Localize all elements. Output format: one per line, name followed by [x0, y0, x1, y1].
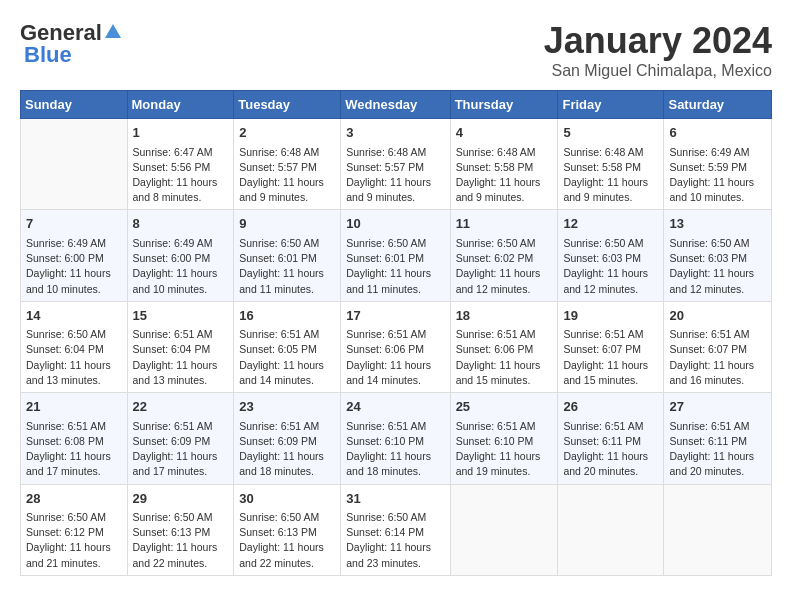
day-info: Sunrise: 6:50 AM Sunset: 6:02 PM Dayligh…	[456, 236, 553, 297]
calendar-cell: 30Sunrise: 6:50 AM Sunset: 6:13 PM Dayli…	[234, 484, 341, 575]
day-info: Sunrise: 6:50 AM Sunset: 6:03 PM Dayligh…	[669, 236, 766, 297]
day-number: 25	[456, 397, 553, 417]
calendar-cell: 23Sunrise: 6:51 AM Sunset: 6:09 PM Dayli…	[234, 393, 341, 484]
calendar-cell: 21Sunrise: 6:51 AM Sunset: 6:08 PM Dayli…	[21, 393, 128, 484]
day-info: Sunrise: 6:50 AM Sunset: 6:01 PM Dayligh…	[346, 236, 444, 297]
day-number: 24	[346, 397, 444, 417]
calendar-cell: 18Sunrise: 6:51 AM Sunset: 6:06 PM Dayli…	[450, 301, 558, 392]
calendar-cell: 9Sunrise: 6:50 AM Sunset: 6:01 PM Daylig…	[234, 210, 341, 301]
day-info: Sunrise: 6:50 AM Sunset: 6:14 PM Dayligh…	[346, 510, 444, 571]
calendar-cell: 8Sunrise: 6:49 AM Sunset: 6:00 PM Daylig…	[127, 210, 234, 301]
day-info: Sunrise: 6:50 AM Sunset: 6:01 PM Dayligh…	[239, 236, 335, 297]
day-info: Sunrise: 6:51 AM Sunset: 6:06 PM Dayligh…	[346, 327, 444, 388]
calendar-week-row: 21Sunrise: 6:51 AM Sunset: 6:08 PM Dayli…	[21, 393, 772, 484]
day-number: 23	[239, 397, 335, 417]
day-number: 11	[456, 214, 553, 234]
day-number: 6	[669, 123, 766, 143]
day-number: 19	[563, 306, 658, 326]
day-info: Sunrise: 6:51 AM Sunset: 6:06 PM Dayligh…	[456, 327, 553, 388]
day-number: 16	[239, 306, 335, 326]
day-number: 18	[456, 306, 553, 326]
header-thursday: Thursday	[450, 91, 558, 119]
calendar-cell: 2Sunrise: 6:48 AM Sunset: 5:57 PM Daylig…	[234, 119, 341, 210]
day-info: Sunrise: 6:48 AM Sunset: 5:57 PM Dayligh…	[239, 145, 335, 206]
day-number: 29	[133, 489, 229, 509]
day-number: 7	[26, 214, 122, 234]
calendar-week-row: 7Sunrise: 6:49 AM Sunset: 6:00 PM Daylig…	[21, 210, 772, 301]
day-info: Sunrise: 6:49 AM Sunset: 6:00 PM Dayligh…	[26, 236, 122, 297]
day-info: Sunrise: 6:50 AM Sunset: 6:12 PM Dayligh…	[26, 510, 122, 571]
calendar-week-row: 1Sunrise: 6:47 AM Sunset: 5:56 PM Daylig…	[21, 119, 772, 210]
day-number: 1	[133, 123, 229, 143]
calendar-cell: 29Sunrise: 6:50 AM Sunset: 6:13 PM Dayli…	[127, 484, 234, 575]
day-number: 4	[456, 123, 553, 143]
day-info: Sunrise: 6:51 AM Sunset: 6:11 PM Dayligh…	[669, 419, 766, 480]
calendar-cell	[664, 484, 772, 575]
day-info: Sunrise: 6:48 AM Sunset: 5:57 PM Dayligh…	[346, 145, 444, 206]
day-info: Sunrise: 6:51 AM Sunset: 6:04 PM Dayligh…	[133, 327, 229, 388]
day-info: Sunrise: 6:49 AM Sunset: 6:00 PM Dayligh…	[133, 236, 229, 297]
day-number: 13	[669, 214, 766, 234]
calendar-cell: 12Sunrise: 6:50 AM Sunset: 6:03 PM Dayli…	[558, 210, 664, 301]
header-saturday: Saturday	[664, 91, 772, 119]
day-number: 12	[563, 214, 658, 234]
calendar-cell: 22Sunrise: 6:51 AM Sunset: 6:09 PM Dayli…	[127, 393, 234, 484]
day-info: Sunrise: 6:50 AM Sunset: 6:03 PM Dayligh…	[563, 236, 658, 297]
day-number: 5	[563, 123, 658, 143]
day-number: 20	[669, 306, 766, 326]
day-number: 17	[346, 306, 444, 326]
page-header: General Blue January 2024 San Miguel Chi…	[20, 20, 772, 80]
calendar-header-row: SundayMondayTuesdayWednesdayThursdayFrid…	[21, 91, 772, 119]
day-info: Sunrise: 6:47 AM Sunset: 5:56 PM Dayligh…	[133, 145, 229, 206]
calendar-week-row: 14Sunrise: 6:50 AM Sunset: 6:04 PM Dayli…	[21, 301, 772, 392]
location: San Miguel Chimalapa, Mexico	[544, 62, 772, 80]
day-info: Sunrise: 6:51 AM Sunset: 6:09 PM Dayligh…	[239, 419, 335, 480]
calendar-week-row: 28Sunrise: 6:50 AM Sunset: 6:12 PM Dayli…	[21, 484, 772, 575]
calendar-cell: 16Sunrise: 6:51 AM Sunset: 6:05 PM Dayli…	[234, 301, 341, 392]
calendar-cell: 6Sunrise: 6:49 AM Sunset: 5:59 PM Daylig…	[664, 119, 772, 210]
day-number: 2	[239, 123, 335, 143]
day-info: Sunrise: 6:50 AM Sunset: 6:13 PM Dayligh…	[239, 510, 335, 571]
calendar-cell	[21, 119, 128, 210]
calendar-cell: 7Sunrise: 6:49 AM Sunset: 6:00 PM Daylig…	[21, 210, 128, 301]
logo: General Blue	[20, 20, 121, 68]
day-info: Sunrise: 6:48 AM Sunset: 5:58 PM Dayligh…	[456, 145, 553, 206]
day-info: Sunrise: 6:50 AM Sunset: 6:04 PM Dayligh…	[26, 327, 122, 388]
day-number: 21	[26, 397, 122, 417]
calendar-cell: 10Sunrise: 6:50 AM Sunset: 6:01 PM Dayli…	[341, 210, 450, 301]
calendar-cell: 1Sunrise: 6:47 AM Sunset: 5:56 PM Daylig…	[127, 119, 234, 210]
calendar-cell: 24Sunrise: 6:51 AM Sunset: 6:10 PM Dayli…	[341, 393, 450, 484]
calendar-cell	[450, 484, 558, 575]
day-number: 30	[239, 489, 335, 509]
day-info: Sunrise: 6:50 AM Sunset: 6:13 PM Dayligh…	[133, 510, 229, 571]
day-number: 10	[346, 214, 444, 234]
calendar-cell	[558, 484, 664, 575]
day-number: 22	[133, 397, 229, 417]
day-info: Sunrise: 6:51 AM Sunset: 6:08 PM Dayligh…	[26, 419, 122, 480]
calendar-cell: 11Sunrise: 6:50 AM Sunset: 6:02 PM Dayli…	[450, 210, 558, 301]
day-number: 8	[133, 214, 229, 234]
day-info: Sunrise: 6:51 AM Sunset: 6:09 PM Dayligh…	[133, 419, 229, 480]
calendar-cell: 17Sunrise: 6:51 AM Sunset: 6:06 PM Dayli…	[341, 301, 450, 392]
day-number: 3	[346, 123, 444, 143]
header-friday: Friday	[558, 91, 664, 119]
header-monday: Monday	[127, 91, 234, 119]
title-block: January 2024 San Miguel Chimalapa, Mexic…	[544, 20, 772, 80]
calendar-cell: 15Sunrise: 6:51 AM Sunset: 6:04 PM Dayli…	[127, 301, 234, 392]
calendar-table: SundayMondayTuesdayWednesdayThursdayFrid…	[20, 90, 772, 576]
day-info: Sunrise: 6:51 AM Sunset: 6:10 PM Dayligh…	[346, 419, 444, 480]
header-sunday: Sunday	[21, 91, 128, 119]
day-number: 27	[669, 397, 766, 417]
calendar-cell: 13Sunrise: 6:50 AM Sunset: 6:03 PM Dayli…	[664, 210, 772, 301]
calendar-cell: 14Sunrise: 6:50 AM Sunset: 6:04 PM Dayli…	[21, 301, 128, 392]
calendar-cell: 3Sunrise: 6:48 AM Sunset: 5:57 PM Daylig…	[341, 119, 450, 210]
calendar-cell: 4Sunrise: 6:48 AM Sunset: 5:58 PM Daylig…	[450, 119, 558, 210]
calendar-cell: 20Sunrise: 6:51 AM Sunset: 6:07 PM Dayli…	[664, 301, 772, 392]
day-info: Sunrise: 6:51 AM Sunset: 6:07 PM Dayligh…	[669, 327, 766, 388]
day-number: 14	[26, 306, 122, 326]
day-info: Sunrise: 6:49 AM Sunset: 5:59 PM Dayligh…	[669, 145, 766, 206]
day-info: Sunrise: 6:51 AM Sunset: 6:10 PM Dayligh…	[456, 419, 553, 480]
calendar-cell: 28Sunrise: 6:50 AM Sunset: 6:12 PM Dayli…	[21, 484, 128, 575]
calendar-cell: 19Sunrise: 6:51 AM Sunset: 6:07 PM Dayli…	[558, 301, 664, 392]
day-number: 9	[239, 214, 335, 234]
